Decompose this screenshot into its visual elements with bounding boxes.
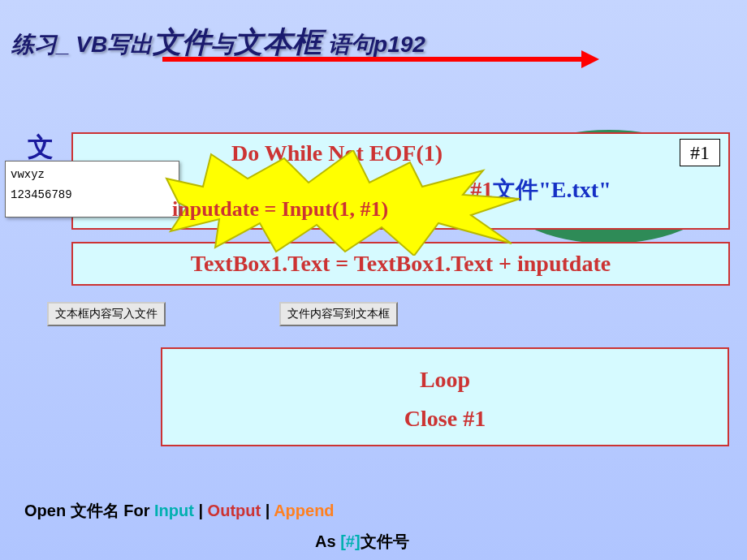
syntax-line2: As [#]文件号 — [315, 531, 409, 553]
code-input: inputdate = Input(1, #1) — [172, 197, 388, 222]
code-close: Close #1 — [162, 399, 728, 438]
textbox-sample: vwxyz 123456789 — [5, 161, 179, 218]
textbox-line1: vwxyz — [11, 165, 174, 185]
textbox-line2: 123456789 — [11, 185, 174, 205]
file-number-box: #1 — [680, 139, 720, 166]
code-loop: Loop — [162, 360, 728, 399]
syntax-line1: Open 文件名 For Input | Output | Append — [24, 500, 335, 522]
write-to-file-button[interactable]: 文本框内容写入文件 — [47, 302, 166, 326]
code-box-bottom: Loop Close #1 — [161, 347, 729, 446]
title-underline-arrow — [162, 57, 585, 62]
starburst-callout: inputdate = Input(1, #1) — [162, 150, 520, 256]
write-to-textbox-button[interactable]: 文件内容写到文本框 — [279, 302, 398, 326]
